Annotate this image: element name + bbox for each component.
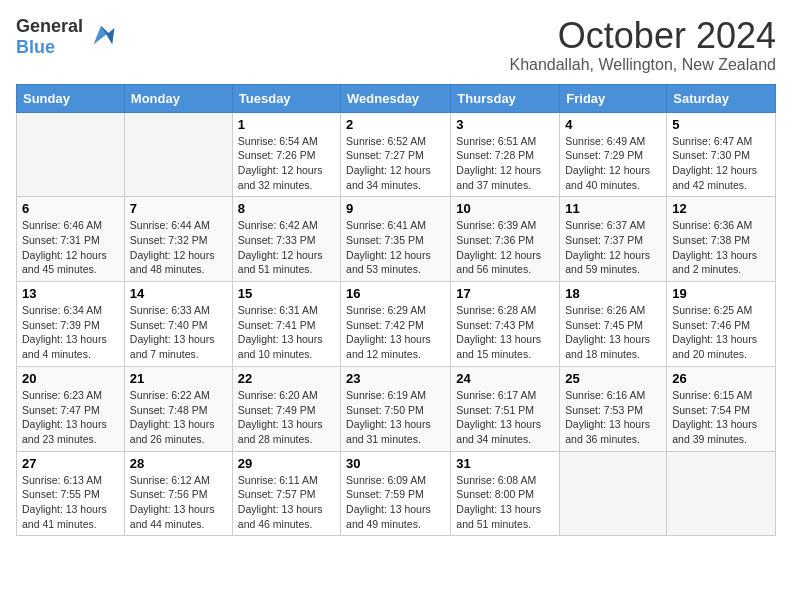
day-number: 25 (565, 371, 661, 386)
day-info: Sunrise: 6:37 AMSunset: 7:37 PMDaylight:… (565, 218, 661, 277)
day-number: 3 (456, 117, 554, 132)
calendar-week-1: 1Sunrise: 6:54 AMSunset: 7:26 PMDaylight… (17, 112, 776, 197)
calendar-cell: 13Sunrise: 6:34 AMSunset: 7:39 PMDayligh… (17, 282, 125, 367)
day-number: 17 (456, 286, 554, 301)
calendar-cell (17, 112, 125, 197)
day-number: 26 (672, 371, 770, 386)
calendar-cell: 18Sunrise: 6:26 AMSunset: 7:45 PMDayligh… (560, 282, 667, 367)
logo-text: General Blue (16, 16, 83, 58)
day-number: 21 (130, 371, 227, 386)
calendar-cell (667, 451, 776, 536)
day-number: 8 (238, 201, 335, 216)
calendar-cell: 31Sunrise: 6:08 AMSunset: 8:00 PMDayligh… (451, 451, 560, 536)
calendar-cell: 15Sunrise: 6:31 AMSunset: 7:41 PMDayligh… (232, 282, 340, 367)
calendar-table: SundayMondayTuesdayWednesdayThursdayFrid… (16, 84, 776, 537)
calendar-cell: 28Sunrise: 6:12 AMSunset: 7:56 PMDayligh… (124, 451, 232, 536)
day-number: 4 (565, 117, 661, 132)
day-info: Sunrise: 6:36 AMSunset: 7:38 PMDaylight:… (672, 218, 770, 277)
weekday-header-friday: Friday (560, 84, 667, 112)
day-number: 28 (130, 456, 227, 471)
day-info: Sunrise: 6:09 AMSunset: 7:59 PMDaylight:… (346, 473, 445, 532)
day-info: Sunrise: 6:42 AMSunset: 7:33 PMDaylight:… (238, 218, 335, 277)
logo-icon (86, 22, 116, 52)
day-info: Sunrise: 6:19 AMSunset: 7:50 PMDaylight:… (346, 388, 445, 447)
calendar-cell: 29Sunrise: 6:11 AMSunset: 7:57 PMDayligh… (232, 451, 340, 536)
day-number: 27 (22, 456, 119, 471)
day-number: 15 (238, 286, 335, 301)
month-title: October 2024 (509, 16, 776, 56)
day-number: 1 (238, 117, 335, 132)
calendar-cell: 26Sunrise: 6:15 AMSunset: 7:54 PMDayligh… (667, 366, 776, 451)
logo-blue: Blue (16, 37, 55, 57)
calendar-cell: 7Sunrise: 6:44 AMSunset: 7:32 PMDaylight… (124, 197, 232, 282)
day-number: 9 (346, 201, 445, 216)
day-info: Sunrise: 6:51 AMSunset: 7:28 PMDaylight:… (456, 134, 554, 193)
day-info: Sunrise: 6:47 AMSunset: 7:30 PMDaylight:… (672, 134, 770, 193)
calendar-cell: 24Sunrise: 6:17 AMSunset: 7:51 PMDayligh… (451, 366, 560, 451)
day-number: 6 (22, 201, 119, 216)
day-number: 16 (346, 286, 445, 301)
day-info: Sunrise: 6:15 AMSunset: 7:54 PMDaylight:… (672, 388, 770, 447)
calendar-cell: 25Sunrise: 6:16 AMSunset: 7:53 PMDayligh… (560, 366, 667, 451)
day-info: Sunrise: 6:26 AMSunset: 7:45 PMDaylight:… (565, 303, 661, 362)
calendar-cell: 10Sunrise: 6:39 AMSunset: 7:36 PMDayligh… (451, 197, 560, 282)
calendar-cell: 6Sunrise: 6:46 AMSunset: 7:31 PMDaylight… (17, 197, 125, 282)
calendar-cell: 2Sunrise: 6:52 AMSunset: 7:27 PMDaylight… (341, 112, 451, 197)
day-number: 30 (346, 456, 445, 471)
day-info: Sunrise: 6:41 AMSunset: 7:35 PMDaylight:… (346, 218, 445, 277)
weekday-header-tuesday: Tuesday (232, 84, 340, 112)
day-info: Sunrise: 6:54 AMSunset: 7:26 PMDaylight:… (238, 134, 335, 193)
title-area: October 2024 Khandallah, Wellington, New… (509, 16, 776, 74)
calendar-cell: 4Sunrise: 6:49 AMSunset: 7:29 PMDaylight… (560, 112, 667, 197)
calendar-week-5: 27Sunrise: 6:13 AMSunset: 7:55 PMDayligh… (17, 451, 776, 536)
day-number: 23 (346, 371, 445, 386)
calendar-cell: 1Sunrise: 6:54 AMSunset: 7:26 PMDaylight… (232, 112, 340, 197)
day-info: Sunrise: 6:17 AMSunset: 7:51 PMDaylight:… (456, 388, 554, 447)
day-number: 18 (565, 286, 661, 301)
weekday-header-saturday: Saturday (667, 84, 776, 112)
calendar-cell: 27Sunrise: 6:13 AMSunset: 7:55 PMDayligh… (17, 451, 125, 536)
day-info: Sunrise: 6:11 AMSunset: 7:57 PMDaylight:… (238, 473, 335, 532)
calendar-cell: 19Sunrise: 6:25 AMSunset: 7:46 PMDayligh… (667, 282, 776, 367)
weekday-header-row: SundayMondayTuesdayWednesdayThursdayFrid… (17, 84, 776, 112)
weekday-header-monday: Monday (124, 84, 232, 112)
calendar-week-4: 20Sunrise: 6:23 AMSunset: 7:47 PMDayligh… (17, 366, 776, 451)
calendar-cell: 5Sunrise: 6:47 AMSunset: 7:30 PMDaylight… (667, 112, 776, 197)
day-number: 29 (238, 456, 335, 471)
calendar-cell: 30Sunrise: 6:09 AMSunset: 7:59 PMDayligh… (341, 451, 451, 536)
location-title: Khandallah, Wellington, New Zealand (509, 56, 776, 74)
day-info: Sunrise: 6:52 AMSunset: 7:27 PMDaylight:… (346, 134, 445, 193)
calendar-cell: 9Sunrise: 6:41 AMSunset: 7:35 PMDaylight… (341, 197, 451, 282)
calendar-cell: 8Sunrise: 6:42 AMSunset: 7:33 PMDaylight… (232, 197, 340, 282)
day-info: Sunrise: 6:46 AMSunset: 7:31 PMDaylight:… (22, 218, 119, 277)
calendar-week-2: 6Sunrise: 6:46 AMSunset: 7:31 PMDaylight… (17, 197, 776, 282)
day-number: 10 (456, 201, 554, 216)
day-info: Sunrise: 6:20 AMSunset: 7:49 PMDaylight:… (238, 388, 335, 447)
day-number: 22 (238, 371, 335, 386)
day-info: Sunrise: 6:23 AMSunset: 7:47 PMDaylight:… (22, 388, 119, 447)
calendar-cell: 12Sunrise: 6:36 AMSunset: 7:38 PMDayligh… (667, 197, 776, 282)
day-number: 5 (672, 117, 770, 132)
day-info: Sunrise: 6:29 AMSunset: 7:42 PMDaylight:… (346, 303, 445, 362)
day-number: 19 (672, 286, 770, 301)
day-info: Sunrise: 6:49 AMSunset: 7:29 PMDaylight:… (565, 134, 661, 193)
day-number: 7 (130, 201, 227, 216)
weekday-header-sunday: Sunday (17, 84, 125, 112)
calendar-cell: 16Sunrise: 6:29 AMSunset: 7:42 PMDayligh… (341, 282, 451, 367)
weekday-header-wednesday: Wednesday (341, 84, 451, 112)
day-info: Sunrise: 6:25 AMSunset: 7:46 PMDaylight:… (672, 303, 770, 362)
day-number: 31 (456, 456, 554, 471)
calendar-cell: 20Sunrise: 6:23 AMSunset: 7:47 PMDayligh… (17, 366, 125, 451)
calendar-cell: 23Sunrise: 6:19 AMSunset: 7:50 PMDayligh… (341, 366, 451, 451)
calendar-cell: 11Sunrise: 6:37 AMSunset: 7:37 PMDayligh… (560, 197, 667, 282)
day-number: 14 (130, 286, 227, 301)
day-info: Sunrise: 6:28 AMSunset: 7:43 PMDaylight:… (456, 303, 554, 362)
day-info: Sunrise: 6:31 AMSunset: 7:41 PMDaylight:… (238, 303, 335, 362)
calendar-cell: 14Sunrise: 6:33 AMSunset: 7:40 PMDayligh… (124, 282, 232, 367)
day-number: 2 (346, 117, 445, 132)
calendar-cell: 3Sunrise: 6:51 AMSunset: 7:28 PMDaylight… (451, 112, 560, 197)
calendar-cell: 22Sunrise: 6:20 AMSunset: 7:49 PMDayligh… (232, 366, 340, 451)
day-number: 11 (565, 201, 661, 216)
day-info: Sunrise: 6:34 AMSunset: 7:39 PMDaylight:… (22, 303, 119, 362)
page-header: General Blue October 2024 Khandallah, We… (16, 16, 776, 74)
